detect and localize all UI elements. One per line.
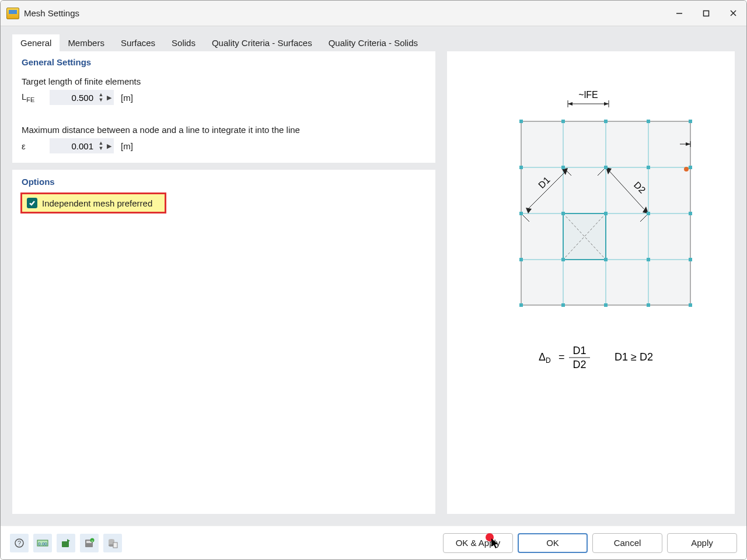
svg-rect-90 [113,542,117,548]
svg-rect-47 [647,120,650,123]
tab-surfaces[interactable]: Surfaces [113,34,163,51]
svg-rect-35 [519,258,523,261]
mesh-diagram: ~lFE [486,86,696,390]
tab-members[interactable]: Members [60,34,113,51]
svg-marker-8 [568,102,573,106]
maximize-button[interactable] [693,1,720,26]
svg-text:D1 ≥ D2: D1 ≥ D2 [615,351,653,363]
svg-rect-38 [561,166,565,169]
svg-rect-53 [689,166,692,169]
import-icon[interactable] [57,534,75,552]
tab-solids[interactable]: Solids [163,34,204,51]
svg-rect-1 [704,10,709,16]
svg-text:=: = [558,351,565,363]
svg-text:0.00: 0.00 [38,541,47,547]
footer: ? 0.00 + OK & Apply OK Cancel Apply [1,526,746,559]
minimize-button[interactable] [666,1,693,26]
options-title: Options [20,177,427,190]
svg-rect-46 [604,303,608,307]
svg-rect-52 [689,120,692,123]
general-settings-title: General Settings [20,57,427,71]
tab-quality-criteria-solids[interactable]: Quality Criteria - Solids [320,34,426,51]
general-settings-panel: General Settings Target length of finite… [12,51,435,163]
target-length-flyout-icon[interactable]: ▶ [105,94,113,102]
svg-text:ΔD: ΔD [539,351,551,365]
maxdist-unit: [m] [121,141,133,151]
svg-rect-44 [604,212,608,215]
svg-point-57 [684,167,689,172]
mesh-settings-window: Mesh Settings GeneralMembersSurfacesSoli… [0,0,747,560]
apply-button[interactable]: Apply [667,533,737,553]
cancel-button[interactable]: Cancel [592,533,662,553]
svg-rect-42 [604,120,608,123]
svg-rect-51 [647,303,650,307]
tabstrip: GeneralMembersSurfacesSolidsQuality Crit… [1,26,746,51]
svg-rect-40 [561,258,565,261]
svg-rect-45 [604,258,608,261]
target-length-input[interactable]: ▲▼ ▶ [50,90,114,105]
window-title: Mesh Settings [24,8,79,18]
svg-rect-37 [561,120,565,123]
tab-general[interactable]: General [12,34,60,51]
titlebar: Mesh Settings [1,1,746,26]
svg-rect-32 [519,120,523,123]
maxdist-symbol: ε [22,141,46,151]
database-icon[interactable] [103,534,122,552]
svg-marker-9 [604,102,609,106]
svg-rect-55 [689,258,692,261]
help-icon[interactable]: ? [10,534,29,552]
maxdist-input[interactable]: ▲▼ ▶ [50,138,114,153]
app-icon [6,8,19,19]
tab-quality-criteria-surfaces[interactable]: Quality Criteria - Surfaces [204,34,320,51]
svg-rect-34 [519,212,523,215]
svg-rect-48 [647,166,650,169]
svg-rect-33 [519,166,523,169]
target-length-unit: [m] [121,93,133,103]
svg-rect-81 [62,541,69,547]
maxdist-spin-icon[interactable]: ▲▼ [97,141,105,151]
maxdist-flyout-icon[interactable]: ▶ [105,142,113,150]
svg-rect-41 [561,303,565,307]
units-icon[interactable]: 0.00 [33,534,52,552]
maxdist-field[interactable] [50,140,97,152]
maxdist-label: Maximum distance between a node and a li… [20,108,427,137]
ok-button[interactable]: OK [518,533,588,553]
independent-mesh-checkbox[interactable] [27,198,37,208]
svg-rect-49 [647,212,650,215]
svg-text:~lFE: ~lFE [578,90,598,100]
target-length-field[interactable] [50,92,97,104]
svg-text:D1: D1 [573,345,586,356]
svg-rect-36 [519,303,523,307]
target-length-symbol: LFE [22,92,46,103]
ok-apply-button[interactable]: OK & Apply [443,533,513,553]
target-length-label: Target length of finite elements [20,71,427,89]
preview-panel: ~lFE [447,51,735,514]
independent-mesh-label: Independent mesh preferred [42,198,152,208]
target-length-spin-icon[interactable]: ▲▼ [97,92,105,103]
svg-text:D2: D2 [573,359,586,370]
svg-rect-56 [689,303,692,307]
save-as-icon[interactable]: + [80,534,99,552]
svg-rect-43 [604,166,608,169]
svg-text:?: ? [18,540,21,547]
svg-rect-50 [647,258,650,261]
close-button[interactable] [720,1,746,26]
independent-mesh-row[interactable]: Independent mesh preferred [20,192,166,214]
svg-rect-39 [561,212,565,215]
svg-rect-54 [689,212,692,215]
svg-text:+: + [91,538,93,542]
options-panel: Options Independent mesh preferred [12,170,435,514]
